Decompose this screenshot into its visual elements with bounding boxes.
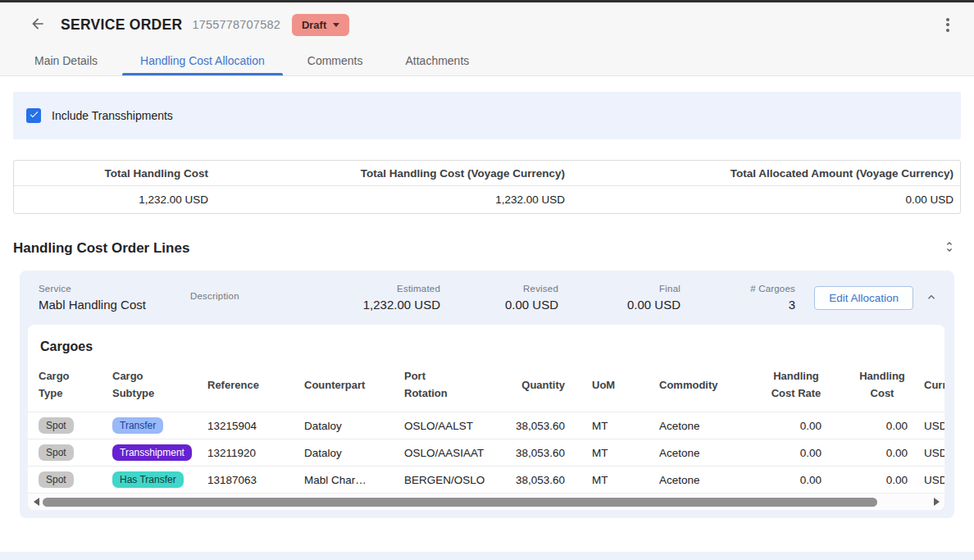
final-value: 0.00 USD bbox=[558, 298, 680, 312]
cell-port-rotation: OSLO/AALST bbox=[404, 420, 507, 432]
status-badge[interactable]: Draft bbox=[292, 14, 349, 36]
cell-uom: MT bbox=[565, 447, 630, 459]
service-field: Service Mabl Handling Cost bbox=[39, 284, 190, 312]
order-number: 1755778707582 bbox=[192, 18, 280, 31]
total-handling-cost-value: 1,232.00 USD bbox=[14, 186, 215, 213]
cargo-count-field: # Cargoes 3 bbox=[680, 284, 795, 312]
revised-label: Revised bbox=[440, 284, 558, 294]
cargo-count-label: # Cargoes bbox=[680, 284, 795, 294]
horizontal-scrollbar[interactable] bbox=[28, 493, 944, 510]
total-handling-cost-voyage-value: 1,232.00 USD bbox=[215, 186, 571, 213]
cargoes-card: Cargoes Cargo Type Cargo Subtype Referen… bbox=[28, 325, 944, 510]
app-header: SERVICE ORDER 1755778707582 Draft Main D… bbox=[0, 2, 974, 76]
estimated-label: Estimated bbox=[317, 284, 440, 294]
caret-down-icon bbox=[333, 23, 339, 27]
cargo-type-badge: Spot bbox=[39, 471, 74, 488]
cell-counterpart: Mabl Char… bbox=[304, 474, 404, 486]
description-field: Description bbox=[190, 291, 317, 305]
kebab-dot bbox=[946, 29, 949, 32]
scroll-right-arrow-icon[interactable] bbox=[934, 498, 940, 506]
total-handling-cost-voyage-header: Total Handling Cost (Voyage Currency) bbox=[215, 161, 571, 185]
header-uom: UoM bbox=[565, 376, 630, 394]
collapse-all-button[interactable] bbox=[938, 239, 961, 257]
cargoes-title: Cargoes bbox=[28, 325, 944, 356]
cell-counterpart: Dataloy bbox=[304, 420, 404, 432]
tab-bar: Main Details Handling Cost Allocation Co… bbox=[0, 47, 974, 75]
cell-currency: USD bbox=[908, 474, 944, 486]
tab-comments[interactable]: Comments bbox=[286, 47, 385, 75]
tab-main-details[interactable]: Main Details bbox=[13, 47, 119, 75]
scrollbar-track[interactable] bbox=[43, 498, 931, 507]
header-handling-cost-rate: Handling Cost Rate bbox=[745, 367, 822, 402]
cell-handling-cost: 0.00 bbox=[822, 474, 908, 486]
final-field: Final 0.00 USD bbox=[558, 284, 680, 312]
service-label: Service bbox=[39, 284, 190, 294]
cargo-row[interactable]: Spot Transfer 13215904 Dataloy OSLO/AALS… bbox=[28, 412, 944, 439]
cell-cargo-type: Spot bbox=[39, 471, 112, 488]
scrollbar-thumb[interactable] bbox=[43, 498, 877, 507]
cell-currency: USD bbox=[908, 447, 944, 459]
collapse-line-button[interactable] bbox=[922, 287, 941, 309]
cargo-row[interactable]: Spot Has Transfer 13187063 Mabl Char… BE… bbox=[28, 466, 944, 493]
order-line-header: Service Mabl Handling Cost Description E… bbox=[28, 279, 944, 318]
header-handling-cost: Handling Cost bbox=[822, 367, 908, 402]
scroll-left-arrow-icon[interactable] bbox=[34, 498, 39, 506]
cell-commodity: Acetone bbox=[630, 420, 745, 432]
header-cargo-subtype: Cargo Subtype bbox=[112, 367, 207, 402]
revised-field: Revised 0.00 USD bbox=[440, 284, 558, 312]
cell-commodity: Acetone bbox=[630, 474, 745, 486]
page-title: SERVICE ORDER bbox=[61, 16, 182, 34]
cell-handling-cost-rate: 0.00 bbox=[745, 420, 822, 432]
estimated-value: 1,232.00 USD bbox=[317, 298, 440, 312]
arrow-left-icon bbox=[30, 16, 46, 34]
include-transshipments-checkbox[interactable] bbox=[26, 108, 41, 123]
header-counterpart: Counterpart bbox=[304, 376, 404, 394]
cell-quantity: 38,053.60 bbox=[507, 474, 565, 486]
header-cargo-type: Cargo Type bbox=[39, 367, 112, 402]
service-order-screen: SERVICE ORDER 1755778707582 Draft Main D… bbox=[0, 0, 974, 560]
kebab-menu-button[interactable] bbox=[941, 13, 954, 37]
cargo-subtype-badge: Has Transfer bbox=[112, 471, 184, 488]
header-commodity: Commodity bbox=[630, 376, 745, 394]
final-label: Final bbox=[558, 284, 680, 294]
cargo-count-value: 3 bbox=[680, 298, 795, 312]
total-allocated-amount-header: Total Allocated Amount (Voyage Currency) bbox=[571, 161, 960, 185]
check-icon bbox=[29, 108, 39, 123]
main-content: Include Transshipments Total Handling Co… bbox=[0, 76, 974, 552]
kebab-dot bbox=[946, 23, 949, 26]
cell-port-rotation: OSLO/AASIAAT bbox=[404, 447, 507, 459]
cell-counterpart: Dataloy bbox=[304, 447, 404, 459]
totals-header-row: Total Handling Cost Total Handling Cost … bbox=[14, 161, 960, 185]
total-handling-cost-header: Total Handling Cost bbox=[14, 161, 215, 185]
cargo-row[interactable]: Spot Transshipment 13211920 Dataloy OSLO… bbox=[28, 439, 944, 466]
cell-cargo-subtype: Has Transfer bbox=[112, 471, 207, 488]
cell-uom: MT bbox=[565, 420, 630, 432]
estimated-field: Estimated 1,232.00 USD bbox=[317, 284, 440, 312]
cell-reference: 13215904 bbox=[207, 420, 304, 432]
header-reference: Reference bbox=[207, 376, 304, 394]
cargo-subtype-badge: Transshipment bbox=[112, 444, 192, 461]
cell-reference: 13211920 bbox=[207, 447, 304, 459]
totals-value-row: 1,232.00 USD 1,232.00 USD 0.00 USD bbox=[14, 185, 960, 213]
service-value: Mabl Handling Cost bbox=[39, 298, 190, 312]
header-quantity: Quantity bbox=[507, 376, 565, 394]
tab-handling-cost-allocation[interactable]: Handling Cost Allocation bbox=[119, 47, 286, 75]
cell-handling-cost-rate: 0.00 bbox=[745, 447, 822, 459]
include-transshipments-label: Include Transshipments bbox=[52, 109, 173, 122]
cell-cargo-type: Spot bbox=[39, 444, 112, 461]
cell-handling-cost-rate: 0.00 bbox=[745, 474, 822, 486]
cell-handling-cost: 0.00 bbox=[822, 420, 908, 432]
cell-quantity: 38,053.60 bbox=[507, 447, 565, 459]
status-label: Draft bbox=[302, 19, 326, 31]
edit-allocation-button[interactable]: Edit Allocation bbox=[814, 286, 913, 310]
cargo-type-badge: Spot bbox=[39, 417, 74, 434]
order-line-card: Service Mabl Handling Cost Description E… bbox=[20, 271, 954, 518]
include-transshipments-row: Include Transshipments bbox=[13, 92, 961, 139]
cell-cargo-type: Spot bbox=[39, 417, 112, 434]
totals-card: Total Handling Cost Total Handling Cost … bbox=[13, 160, 961, 214]
page-bottom-strip bbox=[0, 552, 974, 560]
total-allocated-amount-value: 0.00 USD bbox=[571, 186, 960, 213]
chevron-up-icon bbox=[925, 294, 938, 306]
tab-attachments[interactable]: Attachments bbox=[384, 47, 490, 75]
back-button[interactable] bbox=[26, 13, 49, 36]
